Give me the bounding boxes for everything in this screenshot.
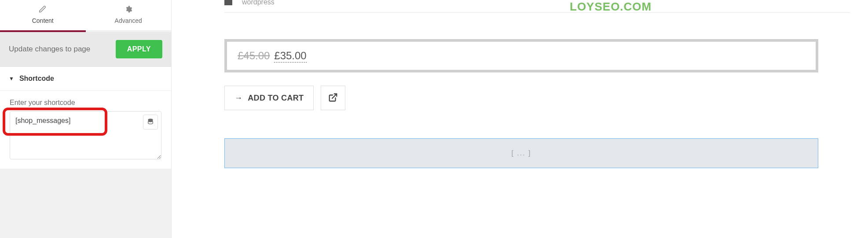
database-icon xyxy=(147,118,154,126)
update-row: Update changes to page APPLY xyxy=(0,32,171,67)
divider xyxy=(224,12,850,13)
tab-advanced[interactable]: Advanced xyxy=(86,0,172,30)
price-new: £35.00 xyxy=(274,50,306,63)
update-text: Update changes to page xyxy=(9,45,90,54)
external-link-button[interactable] xyxy=(321,86,345,110)
preview-area: LOYSEO.COM wordpress £45.00 £35.00 → ADD… xyxy=(172,0,868,238)
action-buttons: → ADD TO CART xyxy=(224,86,850,110)
add-to-cart-button[interactable]: → ADD TO CART xyxy=(224,86,314,110)
tab-content[interactable]: Content xyxy=(0,0,86,30)
placeholder-text: [ ... ] xyxy=(511,149,531,157)
list-icon xyxy=(224,0,232,5)
apply-button[interactable]: APPLY xyxy=(116,40,162,58)
dynamic-data-button[interactable] xyxy=(143,115,158,130)
arrow-right-icon: → xyxy=(234,94,242,103)
price-old: £45.00 xyxy=(238,50,270,61)
price-box: £45.00 £35.00 xyxy=(224,39,818,72)
tab-content-label: Content xyxy=(32,17,54,24)
section-shortcode: ▼ Shortcode Enter your shortcode xyxy=(0,67,171,169)
shortcode-input[interactable] xyxy=(10,111,161,159)
tab-advanced-label: Advanced xyxy=(115,17,142,24)
shortcode-field-wrap xyxy=(0,111,171,169)
section-header[interactable]: ▼ Shortcode xyxy=(0,67,171,91)
external-link-icon xyxy=(328,93,338,104)
breadcrumb: wordpress xyxy=(224,0,850,6)
breadcrumb-text: wordpress xyxy=(242,0,275,6)
shortcode-placeholder[interactable]: [ ... ] xyxy=(224,138,818,168)
editor-sidebar: Content Advanced Update changes to page … xyxy=(0,0,172,238)
section-title: Shortcode xyxy=(19,75,54,83)
svg-line-1 xyxy=(332,94,337,98)
chevron-down-icon: ▼ xyxy=(9,76,14,82)
add-to-cart-label: ADD TO CART xyxy=(248,94,304,103)
gear-icon xyxy=(125,5,132,14)
sidebar-tabs: Content Advanced xyxy=(0,0,171,30)
shortcode-field-label: Enter your shortcode xyxy=(0,91,171,111)
pencil-icon xyxy=(39,5,47,14)
